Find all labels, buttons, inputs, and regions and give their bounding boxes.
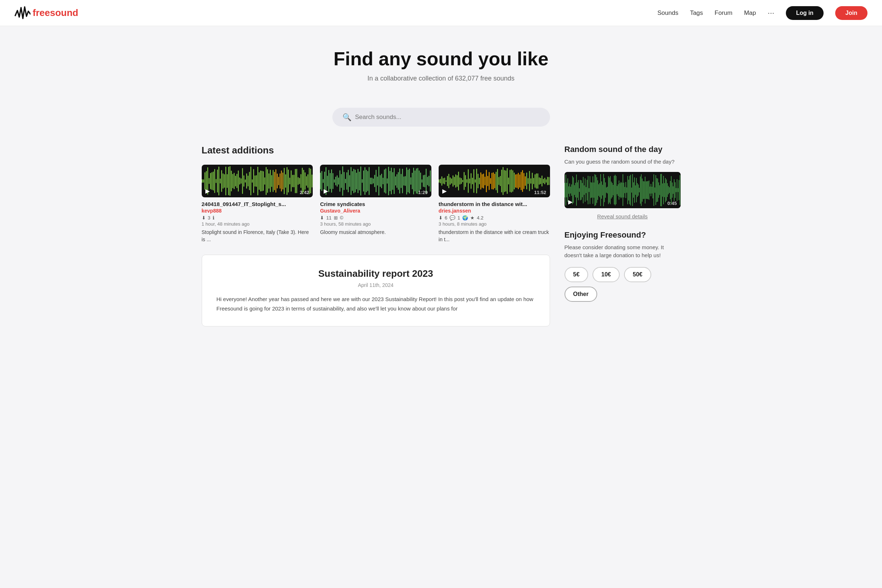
svg-rect-158 xyxy=(429,176,429,186)
svg-rect-232 xyxy=(539,177,540,184)
svg-rect-168 xyxy=(450,177,451,184)
waveform-3[interactable]: ▶ 11:52 xyxy=(439,165,550,197)
sound-author-2[interactable]: Gustavo_Alivera xyxy=(320,208,431,214)
svg-rect-12 xyxy=(218,166,219,195)
download-icon-2: ⬇ xyxy=(320,215,324,220)
svg-rect-283 xyxy=(606,187,607,193)
donate-other[interactable]: Other xyxy=(564,286,597,302)
svg-rect-67 xyxy=(295,169,296,194)
random-waveform[interactable]: ▶ 0:45 xyxy=(564,172,681,208)
svg-rect-45 xyxy=(264,177,265,184)
waveform-1[interactable]: ▶ 2:42 xyxy=(202,165,313,197)
svg-rect-180 xyxy=(466,179,467,183)
download-count-3: 6 xyxy=(445,215,447,220)
svg-rect-287 xyxy=(610,176,610,204)
svg-rect-219 xyxy=(520,172,521,190)
svg-rect-32 xyxy=(246,173,247,189)
donate-5[interactable]: 5€ xyxy=(564,267,588,282)
login-button[interactable]: Log in xyxy=(786,6,824,20)
search-box[interactable]: 🔍 xyxy=(332,108,550,127)
waveform-2[interactable]: ▶ 1:29 xyxy=(320,165,431,197)
svg-rect-302 xyxy=(624,187,625,193)
search-input[interactable] xyxy=(355,114,540,121)
svg-rect-299 xyxy=(621,183,622,197)
duration-2: 1:29 xyxy=(418,190,428,195)
svg-rect-205 xyxy=(501,170,502,193)
svg-rect-98 xyxy=(345,179,346,183)
svg-rect-270 xyxy=(594,183,594,198)
svg-rect-95 xyxy=(341,174,342,188)
nav-more-icon[interactable]: ··· xyxy=(768,8,774,18)
search-icon: 🔍 xyxy=(342,113,352,122)
sound-desc-3: thunderstorm in the distance with ice cr… xyxy=(439,229,550,243)
reveal-button[interactable]: Reveal sound details xyxy=(564,213,681,219)
svg-rect-247 xyxy=(571,184,572,196)
svg-rect-296 xyxy=(619,180,620,200)
svg-rect-11 xyxy=(217,170,218,193)
svg-rect-315 xyxy=(637,183,638,196)
svg-rect-96 xyxy=(342,166,343,196)
svg-rect-289 xyxy=(612,183,612,197)
svg-rect-56 xyxy=(279,173,280,189)
svg-rect-55 xyxy=(278,177,279,185)
svg-rect-179 xyxy=(465,175,466,187)
svg-rect-195 xyxy=(487,176,488,186)
join-button[interactable]: Join xyxy=(835,6,867,20)
svg-rect-249 xyxy=(573,177,574,202)
svg-rect-132 xyxy=(393,172,393,190)
svg-rect-181 xyxy=(468,170,468,193)
svg-rect-230 xyxy=(536,173,537,189)
svg-rect-88 xyxy=(331,170,332,193)
svg-rect-18 xyxy=(227,174,228,188)
svg-rect-29 xyxy=(242,168,243,194)
svg-rect-24 xyxy=(235,176,236,186)
svg-rect-118 xyxy=(373,178,374,183)
sound-author-3[interactable]: dries.janssen xyxy=(439,208,550,214)
play-button-3[interactable]: ▶ xyxy=(442,188,447,194)
svg-rect-117 xyxy=(372,178,372,184)
svg-rect-324 xyxy=(646,182,646,199)
donate-50[interactable]: 50€ xyxy=(624,267,651,282)
svg-rect-263 xyxy=(586,180,587,200)
svg-rect-173 xyxy=(457,175,458,187)
svg-rect-68 xyxy=(296,169,297,194)
svg-rect-142 xyxy=(406,168,407,195)
svg-rect-39 xyxy=(256,175,256,187)
svg-rect-137 xyxy=(399,169,400,194)
svg-rect-44 xyxy=(262,171,263,191)
svg-rect-280 xyxy=(603,174,604,206)
svg-rect-196 xyxy=(489,172,489,190)
logo[interactable]: freesound xyxy=(15,4,78,22)
svg-rect-153 xyxy=(422,179,422,183)
search-wrap: 🔍 xyxy=(0,108,882,127)
star-icon-3: ★ xyxy=(470,215,474,220)
svg-rect-317 xyxy=(639,188,640,192)
svg-rect-28 xyxy=(240,178,241,184)
nav-forum[interactable]: Forum xyxy=(715,9,732,16)
nav-tags[interactable]: Tags xyxy=(690,9,703,16)
play-button-2[interactable]: ▶ xyxy=(324,188,328,194)
svg-rect-191 xyxy=(482,174,483,188)
svg-rect-57 xyxy=(281,171,282,192)
svg-rect-345 xyxy=(666,179,667,201)
svg-rect-185 xyxy=(474,170,474,193)
svg-rect-170 xyxy=(452,176,453,187)
svg-rect-31 xyxy=(244,180,245,183)
sound-title-2: Crime syndicates xyxy=(320,201,431,207)
nav-sounds[interactable]: Sounds xyxy=(657,9,678,16)
donate-10[interactable]: 10€ xyxy=(592,267,620,282)
svg-rect-327 xyxy=(649,180,650,200)
sound-author-1[interactable]: kevp888 xyxy=(202,208,313,214)
sound-meta-2: ⬇ 11 ⊞ © xyxy=(320,215,431,220)
svg-rect-119 xyxy=(374,175,375,187)
svg-rect-312 xyxy=(634,177,635,203)
play-button-1[interactable]: ▶ xyxy=(206,188,210,194)
svg-rect-331 xyxy=(652,182,653,198)
nav-map[interactable]: Map xyxy=(744,9,756,16)
svg-rect-257 xyxy=(581,180,582,200)
svg-rect-264 xyxy=(588,176,588,204)
random-play-button[interactable]: ▶ xyxy=(568,198,573,205)
svg-rect-176 xyxy=(461,178,462,184)
svg-rect-346 xyxy=(667,183,668,197)
comment-count-3: 1 xyxy=(458,215,460,220)
